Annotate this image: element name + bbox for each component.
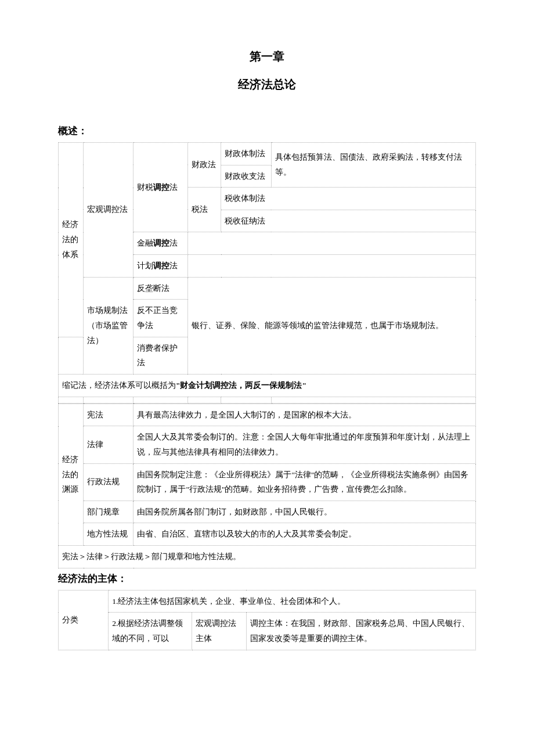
cell-source-name: 部门规章 — [84, 501, 134, 523]
cell-hierarchy: 宪法＞法律＞行政法规＞部门规章和地方性法规。 — [59, 546, 476, 568]
chapter-subtitle: 经济法总论 — [58, 74, 476, 94]
cell-fiscal-revexp: 财政收支法 — [221, 165, 271, 188]
cell-subject-row2-right: 调控主体：在我国，财政部、国家税务总局、中国人民银行、国家发改委等是重要的调控主… — [246, 613, 475, 650]
cell-anti-monopoly: 反垄断法 — [134, 277, 187, 300]
cell-sources-root: 经济法的渊源 — [59, 404, 84, 545]
subject-table: 分类 1.经济法主体包括国家机关，企业、事业单位、社会团体和个人。 2.根据经济… — [58, 590, 476, 650]
cell-fiscal-law: 财政法 — [187, 142, 221, 187]
cell-source-desc: 由省、自治区、直辖市以及较大的市的人大及其常委会制定。 — [134, 523, 476, 546]
cell-macro: 宏观调控法 — [84, 142, 134, 277]
cell-source-name: 法律 — [84, 426, 134, 463]
sources-table: 经济法的渊源 宪法 具有最高法律效力，是全国人大制订的，是国家的根本大法。 法律… — [58, 404, 476, 568]
cell-subject-row1: 1.经济法主体包括国家机关，企业、事业单位、社会团体和个人。 — [109, 590, 476, 613]
section-overview-header: 概述： — [58, 123, 476, 140]
cell-market-desc: 银行、证券、保险、能源等领域的监管法律规范，也属于市场规制法。 — [187, 277, 475, 374]
cell-fiscal-system: 财政体制法 — [221, 142, 271, 165]
cell-market-reg: 市场规制法（市场监管法） — [84, 277, 134, 374]
cell-empty — [187, 255, 475, 278]
section-subject-header: 经济法的主体： — [58, 571, 476, 588]
overview-table: 经济法的体系 宏观调控法 财税调控法 财政法 财政体制法 具体包括预算法、国债法… — [58, 142, 476, 404]
cell-source-name: 宪法 — [84, 404, 134, 426]
cell-tax-control: 财税调控法 — [134, 142, 187, 232]
cell-fiscal-desc: 具体包括预算法、国债法、政府采购法，转移支付法等。 — [271, 142, 475, 187]
cell-source-name: 行政法规 — [84, 463, 134, 501]
cell-root: 经济法的体系 — [59, 142, 84, 337]
cell-source-desc: 全国人大及其常委会制订的。注意：全国人大每年审批通过的年度预算和年度计划，从法理… — [134, 426, 476, 463]
cell-consumer: 消费者保护法 — [134, 337, 187, 374]
cell-subject-row2-left: 2.根据经济法调整领域的不同，可以 — [109, 613, 192, 650]
cell-empty-root — [59, 337, 84, 374]
cell-tax-law: 税法 — [187, 188, 221, 232]
cell-category: 分类 — [59, 590, 109, 650]
cell-empty — [187, 232, 475, 255]
cell-source-desc: 具有最高法律效力，是全国人大制订的，是国家的根本大法。 — [134, 404, 476, 426]
chapter-title: 第一章 — [58, 46, 476, 66]
cell-mnemonic: 缩记法，经济法体系可以概括为"财金计划调控法，两反一保规制法" — [59, 374, 476, 397]
cell-fin-control: 金融调控法 — [134, 232, 187, 255]
cell-source-desc: 由国务院制定注意：《企业所得税法》属于"法律"的范畴，《企业所得税法实施条例》由… — [134, 463, 476, 501]
cell-tax-collect: 税收征纳法 — [221, 210, 476, 232]
cell-source-desc: 由国务院所属各部门制订，如财政部，中国人民银行。 — [134, 501, 476, 523]
cell-anti-unfair: 反不正当竞争法 — [134, 300, 187, 337]
cell-plan-control: 计划调控法 — [134, 255, 187, 278]
cell-tax-system: 税收体制法 — [221, 188, 476, 210]
cell-subject-row2-mid: 宏观调控法主体 — [192, 613, 246, 650]
cell-source-name: 地方性法规 — [84, 523, 134, 546]
